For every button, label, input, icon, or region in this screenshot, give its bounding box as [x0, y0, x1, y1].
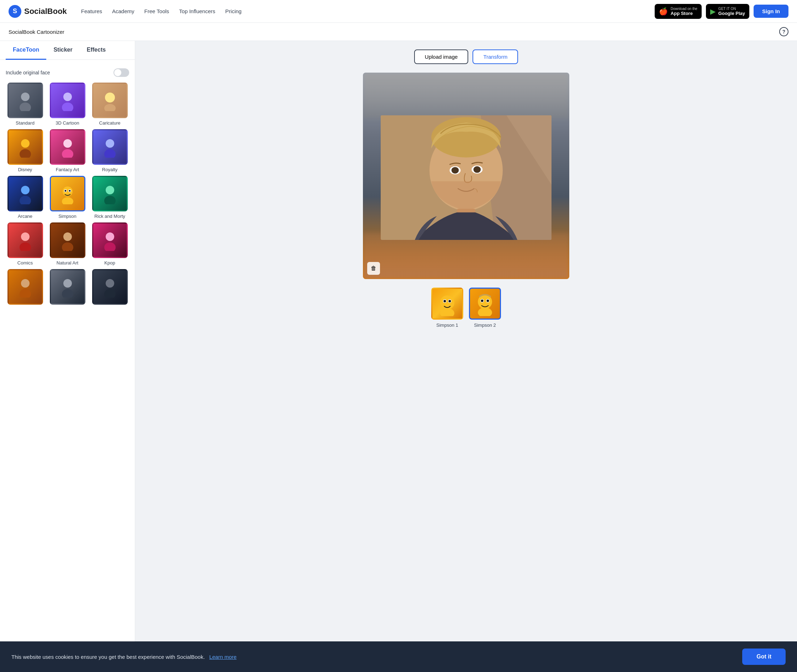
header-right: 🍎 Download on the App Store ▶ GET IT ON … — [655, 4, 789, 19]
style-item-rick-morty[interactable]: Rick and Morty — [90, 176, 129, 219]
toggle-row: Include original face — [6, 66, 129, 83]
style-name-standard: Standard — [16, 120, 35, 126]
page-title: SocialBook Cartoonizer — [8, 29, 64, 35]
action-bar: Upload image Transform — [414, 50, 518, 64]
svg-point-28 — [21, 279, 30, 288]
svg-point-27 — [104, 242, 116, 251]
nav-item-features[interactable]: Features — [81, 8, 102, 14]
svg-point-5 — [104, 104, 116, 111]
google-play-sub: GET IT ON — [719, 7, 745, 11]
tab-facetoon[interactable]: FaceToon — [6, 41, 46, 60]
svg-point-4 — [105, 93, 115, 102]
svg-point-18 — [69, 190, 70, 192]
result-item-simpson-1[interactable]: Simpson 1 — [431, 288, 463, 328]
result-item-simpson-2[interactable]: Simpson 2 — [469, 288, 501, 328]
style-name-3dcartoon: 3D Cartoon — [56, 120, 79, 126]
svg-point-14 — [62, 187, 73, 197]
style-name-disney: Disney — [18, 167, 32, 172]
google-play-text: GET IT ON Google Play — [719, 7, 745, 16]
svg-point-22 — [21, 232, 30, 241]
image-container: 🗑 — [363, 73, 569, 279]
style-thumb-royalty — [92, 129, 128, 165]
svg-point-33 — [104, 289, 116, 298]
transform-button[interactable]: Transform — [473, 50, 518, 64]
got-it-button[interactable]: Got it — [742, 648, 786, 665]
learn-more-link[interactable]: Learn more — [209, 654, 236, 660]
style-thumb-comics — [8, 222, 43, 258]
svg-point-23 — [19, 242, 31, 251]
tab-content: Include original face Standard — [0, 60, 135, 312]
svg-point-49 — [440, 308, 454, 316]
app-store-badge[interactable]: 🍎 Download on the App Store — [655, 4, 702, 19]
style-item-disney[interactable]: Disney — [6, 129, 45, 172]
svg-point-32 — [106, 279, 114, 288]
style-name-natural-art: Natural Art — [57, 260, 78, 266]
app-store-main: App Store — [671, 11, 697, 16]
tab-bar: FaceToon Sticker Effects — [0, 41, 135, 60]
style-name-fantasy-art: Fantacy Art — [56, 167, 79, 172]
image-blur-top — [363, 73, 569, 119]
svg-point-12 — [21, 186, 30, 194]
nav-item-top-influencers[interactable]: Top Influencers — [179, 8, 215, 14]
style-name-comics: Comics — [18, 260, 33, 266]
svg-point-2 — [63, 93, 72, 101]
svg-point-52 — [481, 300, 484, 302]
style-item-r3[interactable] — [90, 269, 129, 307]
google-play-badge[interactable]: ▶ GET IT ON Google Play — [706, 4, 749, 19]
svg-point-24 — [63, 232, 72, 241]
nav-item-free-tools[interactable]: Free Tools — [144, 8, 169, 14]
logo[interactable]: S SocialBook — [8, 5, 67, 18]
upload-image-button[interactable]: Upload image — [414, 50, 469, 64]
sign-in-button[interactable]: Sign In — [754, 5, 789, 18]
delete-image-button[interactable]: 🗑 — [367, 262, 380, 275]
style-thumb-r3 — [92, 269, 128, 305]
style-item-standard[interactable]: Standard — [6, 83, 45, 126]
style-name-royalty: Royalty — [102, 167, 117, 172]
tab-effects[interactable]: Effects — [80, 41, 113, 60]
svg-point-13 — [19, 196, 31, 204]
cookie-text: This website uses cookies to ensure you … — [11, 654, 236, 660]
svg-point-25 — [62, 242, 73, 251]
style-item-fantasy-art[interactable]: Fantacy Art — [48, 129, 87, 172]
app-store-sub: Download on the — [671, 7, 697, 11]
style-item-royalty[interactable]: Royalty — [90, 129, 129, 172]
style-item-r1[interactable] — [6, 269, 45, 307]
sub-header: SocialBook Cartoonizer ? — [0, 23, 797, 41]
svg-point-31 — [62, 289, 73, 298]
style-thumb-standard — [8, 83, 43, 118]
cookie-message: This website uses cookies to ensure you … — [11, 654, 205, 660]
style-item-r2[interactable] — [48, 269, 87, 307]
svg-point-26 — [106, 232, 114, 241]
svg-point-6 — [21, 139, 30, 148]
help-icon[interactable]: ? — [779, 27, 789, 36]
style-name-caricature: Caricature — [99, 120, 121, 126]
style-item-comics[interactable]: Comics — [6, 222, 45, 266]
style-thumb-r1 — [8, 269, 43, 305]
style-item-3dcartoon[interactable]: 3D Cartoon — [48, 83, 87, 126]
main-image — [363, 73, 569, 279]
nav: Features Academy Free Tools Top Influenc… — [81, 8, 241, 14]
style-thumb-simpson — [50, 176, 85, 211]
style-item-arcane[interactable]: Arcane — [6, 176, 45, 219]
header-left: S SocialBook Features Academy Free Tools… — [8, 5, 241, 18]
style-item-kpop[interactable]: Kpop — [90, 222, 129, 266]
style-item-caricature[interactable]: Caricature — [90, 83, 129, 126]
include-face-toggle[interactable] — [113, 68, 129, 77]
svg-point-55 — [478, 307, 492, 316]
svg-point-29 — [19, 289, 31, 298]
svg-point-40 — [452, 167, 459, 174]
style-thumb-r2 — [50, 269, 85, 305]
svg-point-16 — [64, 190, 66, 192]
nav-item-academy[interactable]: Academy — [112, 8, 134, 14]
style-item-simpson[interactable]: Simpson — [48, 176, 87, 219]
style-item-natural-art[interactable]: Natural Art — [48, 222, 87, 266]
logo-icon: S — [8, 5, 21, 18]
style-name-rick-morty: Rick and Morty — [94, 214, 125, 219]
style-name-kpop: Kpop — [104, 260, 115, 266]
nav-item-pricing[interactable]: Pricing — [225, 8, 241, 14]
svg-point-8 — [63, 139, 72, 148]
svg-point-21 — [104, 196, 116, 204]
svg-point-19 — [62, 197, 73, 204]
trash-icon: 🗑 — [371, 265, 377, 272]
tab-sticker[interactable]: Sticker — [46, 41, 79, 60]
